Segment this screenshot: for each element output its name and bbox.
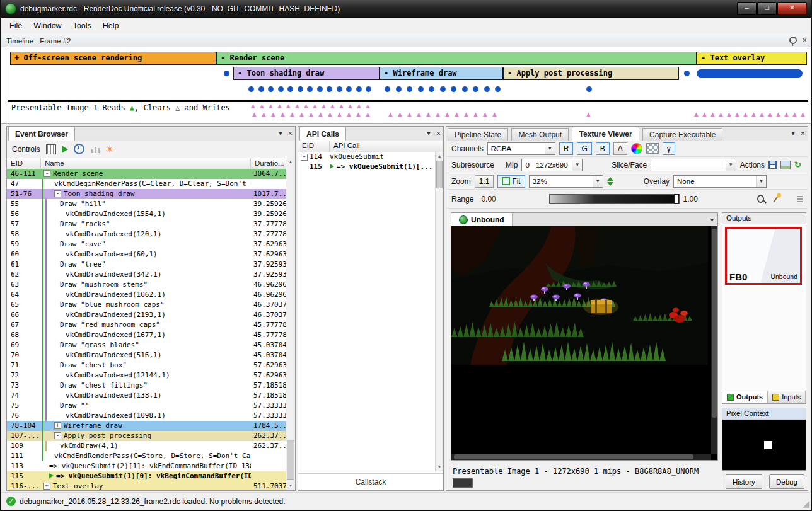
auto-fit-icon[interactable]	[607, 177, 613, 186]
usage-marker-triangle[interactable]: ▲	[364, 111, 371, 118]
event-row[interactable]: 64vkCmdDrawIndexed(1062,1)46.96296	[7, 290, 286, 300]
tab-unbound-texture[interactable]: Unbound	[451, 213, 513, 226]
timeline-section-bar[interactable]: - Toon shading draw	[233, 67, 380, 80]
column-name[interactable]: Name	[41, 158, 251, 169]
event-row[interactable]: 111vkCmdEndRenderPass(C=Store, D=Store, …	[7, 451, 286, 461]
scroll-up-icon[interactable]: ▲	[286, 158, 295, 166]
usage-marker-triangle[interactable]: ▲	[491, 111, 498, 118]
expander-icon[interactable]: +	[44, 483, 50, 490]
usage-marker-triangle[interactable]: ▲	[693, 111, 700, 118]
refresh-icon[interactable]: ↻	[794, 160, 801, 169]
usage-marker-triangle[interactable]: ▲	[726, 111, 733, 118]
usage-marker-triangle[interactable]: ▲	[434, 111, 441, 118]
timeline-draw-dot[interactable]	[586, 86, 592, 92]
usage-marker-triangle[interactable]: ▲	[717, 111, 724, 118]
resize-grip[interactable]: ◢	[803, 498, 809, 508]
event-row[interactable]: 63Draw "mushroom stems"46.96296	[7, 280, 286, 290]
timeline-draw-dot[interactable]	[473, 86, 478, 92]
event-row[interactable]: 46-111-Render scene3064.7...	[7, 169, 286, 179]
scroll-up-icon[interactable]: ▲	[436, 152, 443, 161]
maximize-button[interactable]: □	[757, 2, 777, 15]
timeline-draw-dot[interactable]	[451, 86, 456, 92]
texture-vscrollbar[interactable]	[711, 226, 717, 454]
zoom-1-1-button[interactable]: 1:1	[475, 175, 494, 188]
pixel-context-canvas[interactable]	[722, 420, 806, 470]
usage-marker-triangle[interactable]: ▲	[734, 111, 741, 118]
timeline-draw-dot[interactable]	[307, 86, 313, 92]
usage-marker-triangle[interactable]: ▲	[750, 111, 757, 118]
event-row[interactable]: 66vkCmdDrawIndexed(2193,1)46.37037	[7, 310, 286, 320]
usage-marker-triangle[interactable]: ▲	[289, 111, 296, 118]
api-calls-scrollbar[interactable]: ▲ ▼	[435, 152, 443, 471]
event-row[interactable]: 109vkCmdDraw(4,1)262.37...	[7, 441, 286, 451]
usage-marker-triangle[interactable]: ▲	[444, 111, 451, 118]
debug-button[interactable]: Debug	[769, 474, 804, 489]
usage-marker-triangle[interactable]: ▲	[338, 103, 345, 110]
usage-marker-triangle[interactable]: ▲	[463, 111, 470, 118]
usage-marker-triangle[interactable]: ▲	[775, 111, 782, 118]
scrollbar-thumb[interactable]	[712, 229, 717, 418]
timeline-draw-dot[interactable]	[418, 86, 424, 92]
panel-close-icon[interactable]: ×	[436, 129, 441, 137]
column-eid[interactable]: EID	[7, 158, 41, 169]
timeline-section-bar[interactable]: - Apply post processing	[503, 67, 679, 80]
event-row[interactable]: 73Draw "chest fittings"57.18518	[7, 381, 286, 391]
save-texture-icon[interactable]	[768, 161, 777, 169]
red-channel-button[interactable]: R	[559, 142, 574, 155]
column-api-call[interactable]: API Call	[330, 141, 443, 152]
event-row[interactable]: 60vkCmdDrawIndexed(60,1)37.62963	[7, 250, 286, 260]
usage-marker-triangle[interactable]: ▲	[311, 103, 318, 110]
panel-close-icon[interactable]: ×	[800, 129, 805, 137]
zoom-fit-button[interactable]: Fit	[497, 175, 525, 188]
texture-canvas[interactable]	[451, 226, 717, 460]
stats-icon[interactable]	[90, 144, 100, 154]
usage-marker-triangle[interactable]: ▲	[320, 103, 327, 110]
expander-icon[interactable]: -	[54, 190, 61, 197]
tab-event-browser[interactable]: Event Browser	[8, 127, 75, 141]
event-row[interactable]: 58vkCmdDrawIndexed(120,1)37.77778	[7, 229, 286, 239]
menu-tools[interactable]: Tools	[67, 19, 97, 33]
timeline-draw-dot[interactable]	[298, 86, 303, 92]
event-row[interactable]: 72vkCmdDrawIndexed(12144,1)57.62963	[7, 370, 286, 381]
usage-marker-triangle[interactable]: ▲	[279, 111, 286, 118]
jump-to-event-icon[interactable]	[62, 146, 68, 153]
timeline-draw-dot[interactable]	[278, 86, 284, 92]
event-row[interactable]: 70vkCmdDrawIndexed(516,1)45.03704	[7, 350, 286, 360]
api-call-row[interactable]: 115=> vkQueueSubmit(1)[...	[298, 162, 436, 172]
scrollbar-thumb[interactable]	[436, 161, 443, 188]
event-row[interactable]: 78-104+Wireframe draw1784.5...	[7, 421, 286, 431]
event-row[interactable]: 107-...-Apply post processing262.37...	[7, 431, 286, 441]
expander-icon[interactable]: +	[54, 422, 61, 429]
usage-marker-triangle[interactable]: ▲	[327, 111, 334, 118]
usage-marker-triangle[interactable]: ▲	[250, 103, 257, 110]
timeline-draw-dot[interactable]	[429, 86, 434, 92]
usage-marker-triangle[interactable]: ▲	[415, 111, 422, 118]
event-row[interactable]: 115=> vkQueueSubmit(1)[0]: vkBeginComman…	[7, 471, 286, 481]
tab-pipeline-state[interactable]: Pipeline State	[448, 128, 508, 141]
range-options-icon[interactable]	[797, 196, 803, 202]
timeline-draw-dot[interactable]	[287, 86, 293, 92]
open-image-icon[interactable]	[780, 161, 791, 169]
usage-marker-triangle[interactable]: ▲	[267, 103, 274, 110]
minimize-button[interactable]: –	[737, 2, 757, 15]
event-row[interactable]: 61Draw "tree"37.92593	[7, 260, 286, 270]
column-duration[interactable]: Duratio...	[251, 158, 286, 169]
event-row[interactable]: 47vkCmdBeginRenderPass(C=Clear, D=Clear,…	[7, 179, 286, 189]
alpha-channel-button[interactable]: A	[613, 142, 627, 155]
timeline-draw-dot[interactable]	[337, 86, 342, 92]
usage-marker-triangle[interactable]: ▲	[303, 103, 310, 110]
close-button[interactable]: ×	[777, 2, 807, 15]
usage-marker-triangle[interactable]: ▲	[329, 103, 336, 110]
zoom-value-select[interactable]: 32%▼	[529, 175, 603, 188]
timeline-draw-dot[interactable]	[356, 86, 362, 92]
range-slider[interactable]	[549, 194, 680, 204]
timeline-draw-dot[interactable]	[462, 86, 468, 92]
usage-marker-triangle[interactable]: ▲	[258, 103, 265, 110]
blue-channel-button[interactable]: B	[596, 142, 610, 155]
timeline-draw-dot[interactable]	[385, 86, 390, 92]
event-row[interactable]: 76vkCmdDrawIndexed(1098,1)57.33333	[7, 411, 286, 421]
timeline-draw-dot[interactable]	[407, 86, 412, 92]
title-bar[interactable]: debugmarker.rdc - RenderDoc Unofficial r…	[1, 0, 811, 18]
checkerboard-background-icon[interactable]	[646, 143, 659, 154]
usage-marker-triangle[interactable]: ▲	[758, 111, 765, 118]
